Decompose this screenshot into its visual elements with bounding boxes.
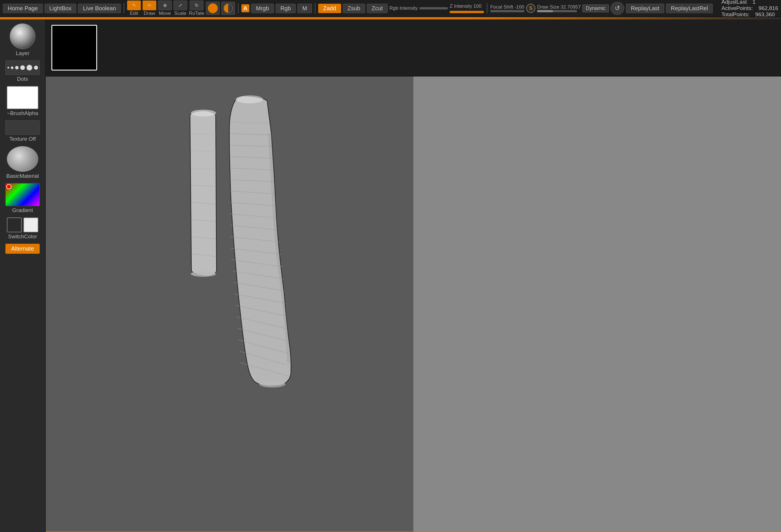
z-intensity-group: Z Intensity 100: [450, 3, 484, 13]
rgb-intensity-track[interactable]: [419, 7, 448, 9]
dots-label: Dots: [17, 76, 28, 82]
edit-mode-group[interactable]: ✎ Edit: [127, 1, 141, 16]
dots-preview: [5, 60, 40, 75]
s-mode-indicator[interactable]: S: [526, 4, 535, 13]
color-swatch-dark[interactable]: [7, 218, 22, 232]
scale-icon: ⤢: [173, 1, 187, 10]
draw-size-track[interactable]: [537, 10, 577, 12]
dot-4: [20, 65, 25, 70]
dynamic-button[interactable]: Dynamic: [582, 5, 609, 12]
z-intensity-label: Z Intensity 100: [450, 3, 482, 9]
focal-shift-group: Focal Shift -100: [490, 4, 525, 12]
canvas-left-bg: [46, 77, 413, 532]
move-mode-group[interactable]: ⊕ Move: [158, 1, 172, 16]
separator-3: [315, 3, 315, 13]
adjust-last-label: AdjustLast: [721, 0, 747, 5]
alternate-tool[interactable]: Alternate: [2, 244, 43, 254]
texture-off-label: Texture Off: [9, 136, 36, 142]
switch-color-tool[interactable]: SwitchColor: [2, 218, 43, 240]
total-points-label: TotalPoints:: [721, 11, 749, 18]
zsub-button[interactable]: Zsub: [343, 4, 365, 13]
mrgb-button[interactable]: Mrgb: [251, 4, 274, 13]
dot-1: [7, 67, 9, 69]
scale-mode-group[interactable]: ⤢ Scale: [173, 1, 187, 16]
tool-thumb-inner: [57, 31, 91, 65]
edit-icon: ✎: [127, 1, 141, 10]
edit-label: Edit: [130, 10, 138, 16]
replay-last-button[interactable]: ReplayLast: [626, 4, 664, 13]
dot-6: [34, 65, 38, 70]
switch-color-swatches: [7, 218, 38, 232]
rotate-label: RoTate: [189, 10, 204, 16]
move-label: Move: [159, 10, 171, 16]
draw-icon: ✏: [142, 1, 156, 10]
zcut-button[interactable]: Zcut: [367, 4, 387, 13]
brush-alpha-tool[interactable]: ~BrushAlpha: [2, 86, 43, 117]
rotate-mode-group[interactable]: ↻ RoTate: [189, 1, 204, 16]
rgb-intensity-label: Rgb Intensity: [389, 5, 418, 11]
brush-alpha-label: ~BrushAlpha: [7, 110, 38, 117]
canvas-area[interactable]: [46, 77, 781, 532]
focal-shift-label: Focal Shift -100: [490, 4, 524, 10]
separator-4: [487, 3, 487, 13]
active-points-label: ActivePoints:: [721, 5, 753, 11]
top-toolbar: Home Page LightBox Live Boolean ✎ Edit ✏…: [0, 0, 781, 17]
m-button[interactable]: M: [297, 4, 312, 13]
tool-thumbnail[interactable]: [51, 25, 97, 71]
replay-arrow-icon: ↺: [615, 5, 620, 12]
lightbox-button[interactable]: LightBox: [45, 4, 77, 13]
texture-off-area: [5, 121, 40, 135]
dot-5: [27, 65, 32, 71]
color-swatch-light[interactable]: [24, 218, 38, 232]
gradient-label: Gradient: [12, 207, 33, 214]
replay-last-rel-button[interactable]: ReplayLastRel: [666, 4, 713, 13]
dots-tool[interactable]: Dots: [2, 60, 43, 82]
rotate-icon: ↻: [190, 1, 203, 10]
draw-mode-group[interactable]: ✏ Draw: [142, 1, 156, 16]
active-points-value: 962,816: [758, 5, 778, 11]
home-page-button[interactable]: Home Page: [3, 4, 43, 13]
layer-tool[interactable]: Layer: [2, 24, 43, 56]
rgb-intensity-group: Rgb Intensity: [389, 5, 448, 11]
replay-circle-btn[interactable]: ↺: [611, 2, 624, 15]
zadd-button[interactable]: Zadd: [318, 4, 341, 13]
draw-size-fill: [537, 10, 553, 12]
live-boolean-button[interactable]: Live Boolean: [78, 4, 121, 13]
stats-panel: AdjustLast 1 ActivePoints: 962,816 Total…: [721, 0, 778, 18]
switch-color-label: SwitchColor: [8, 233, 37, 240]
brush-dot-icon: [208, 3, 218, 13]
scale-label: Scale: [174, 10, 187, 16]
main-layout: Layer Dots ~BrushAlpha Texture Off: [0, 19, 781, 532]
basic-material-label: BasicMaterial: [6, 173, 39, 179]
brush-half-icon: [224, 4, 233, 13]
draw-label: Draw: [144, 10, 155, 16]
basic-material-tool[interactable]: BasicMaterial: [2, 146, 43, 179]
canvas-right-bg: [413, 77, 781, 532]
alternate-button[interactable]: Alternate: [5, 244, 40, 254]
brush-alpha-preview: [7, 86, 38, 109]
tool-strip: [46, 19, 781, 77]
dot-3: [15, 66, 18, 69]
color-picker-dot: [6, 184, 11, 189]
content-area: [46, 19, 781, 532]
material-sphere-icon: [7, 146, 38, 172]
brush-circle-btn[interactable]: [206, 2, 220, 15]
z-intensity-track[interactable]: [450, 11, 484, 13]
draw-size-label: Draw Size 32.70957: [537, 4, 581, 10]
dot-2: [11, 66, 13, 69]
topbar-accent-bar: [0, 17, 781, 19]
left-sidebar: Layer Dots ~BrushAlpha Texture Off: [0, 19, 46, 532]
gradient-tool[interactable]: Gradient: [2, 183, 43, 214]
texture-off-tool[interactable]: Texture Off: [2, 121, 43, 142]
a-badge[interactable]: A: [241, 4, 249, 12]
layer-sphere-icon: [10, 24, 35, 49]
separator-1: [124, 3, 124, 13]
brush-half-btn[interactable]: [221, 2, 235, 15]
layer-label: Layer: [16, 50, 30, 56]
rgb-button[interactable]: Rgb: [276, 4, 296, 13]
gradient-picker: [5, 183, 40, 206]
separator-2: [238, 3, 239, 13]
draw-size-group: Draw Size 32.70957: [537, 4, 581, 12]
adjust-last-value: 1: [752, 0, 755, 5]
focal-shift-track[interactable]: [490, 10, 525, 12]
